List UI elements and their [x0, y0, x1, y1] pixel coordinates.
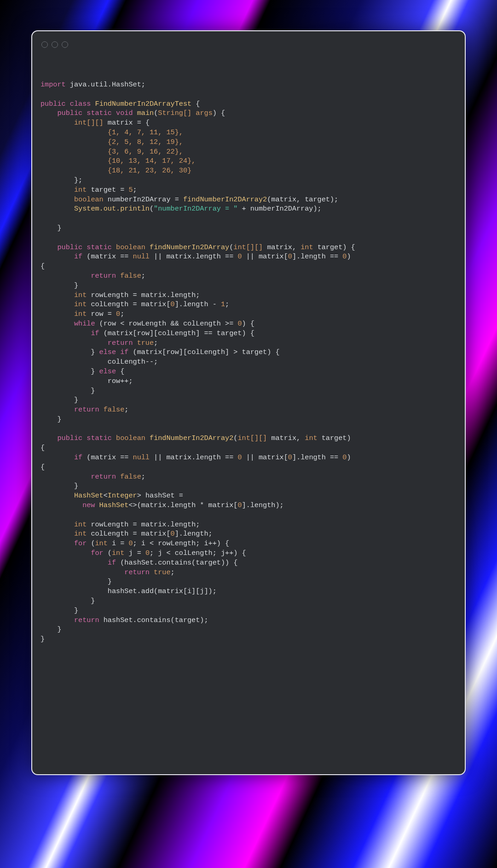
- kw-return: return: [91, 473, 116, 481]
- var-matrix: matrix: [108, 119, 133, 127]
- traffic-dot-zoom[interactable]: [62, 41, 68, 48]
- ctor-HashSet: HashSet: [99, 501, 129, 509]
- string-literal: "numberIn2DArray = ": [154, 205, 237, 213]
- traffic-dot-close[interactable]: [41, 41, 48, 48]
- var-colLength: colLength: [91, 300, 128, 308]
- type-int-arr2: int[][]: [74, 119, 104, 127]
- lit-false: false: [120, 473, 141, 481]
- code-block: import java.util.HashSet; public class F…: [40, 80, 457, 644]
- lit-0: 0: [128, 539, 133, 548]
- kw-if: if: [74, 252, 82, 261]
- kw-return: return: [91, 272, 116, 280]
- lit-1: 1: [221, 300, 225, 308]
- kw-else: else: [99, 367, 116, 376]
- type-int-arr2: int[][]: [233, 243, 263, 251]
- param-args: String[] args: [158, 109, 212, 117]
- var-rowLength: rowLength: [91, 520, 128, 529]
- kw-if: if: [108, 559, 116, 567]
- lit-false: false: [120, 272, 141, 280]
- type-boolean: boolean: [116, 243, 145, 251]
- call-println: System.out.println: [74, 205, 150, 213]
- kw-new: new: [82, 501, 95, 509]
- lit-0: 0: [288, 453, 292, 462]
- lit-0: 0: [237, 453, 242, 462]
- lit-0: 0: [171, 530, 175, 538]
- var-target: target: [91, 186, 116, 194]
- type-Integer: Integer: [108, 491, 137, 500]
- lit-0: 0: [171, 300, 175, 308]
- import-path: java.util.HashSet;: [66, 80, 145, 89]
- kw-return: return: [74, 405, 99, 414]
- kw-for: for: [91, 549, 103, 557]
- kw-else: else: [99, 348, 116, 356]
- lit-0: 0: [237, 252, 242, 261]
- kw-void: void: [116, 109, 133, 117]
- kw-while: while: [74, 320, 95, 328]
- call-findNumberIn2DArray2: findNumberIn2DArray2: [183, 195, 267, 204]
- type-int: int: [74, 186, 87, 194]
- kw-public: public: [57, 434, 82, 442]
- type-int-arr2: int[][]: [237, 434, 267, 442]
- type-boolean: boolean: [74, 195, 104, 204]
- kw-if: if: [74, 453, 82, 462]
- kw-class: class: [70, 100, 91, 108]
- kw-static: static: [87, 434, 112, 442]
- type-HashSet: HashSet: [74, 491, 104, 500]
- matrix-row-3: {3, 6, 9, 16, 22},: [108, 148, 183, 156]
- lit-null: null: [133, 252, 150, 261]
- kw-static: static: [87, 109, 112, 117]
- fn-findNumberIn2DArray2: findNumberIn2DArray2: [150, 434, 233, 442]
- kw-public: public: [57, 243, 82, 251]
- type-int: int: [95, 539, 108, 548]
- type-int: int: [112, 549, 124, 557]
- kw-for: for: [74, 539, 87, 548]
- lit-true: true: [137, 339, 154, 347]
- lit-0: 0: [116, 310, 120, 318]
- lit-0: 0: [288, 252, 292, 261]
- var-rowLength: rowLength: [91, 291, 128, 299]
- var-colLength: colLength: [91, 530, 128, 538]
- kw-static: static: [87, 243, 112, 251]
- kw-public: public: [40, 100, 66, 108]
- type-int: int: [74, 310, 87, 318]
- window-traffic-lights: [41, 41, 457, 48]
- fn-main: main: [137, 109, 154, 117]
- lit-null: null: [133, 453, 150, 462]
- lit-0: 0: [145, 549, 150, 557]
- type-int: int: [74, 520, 87, 529]
- lit-0: 0: [237, 501, 242, 509]
- type-int: int: [301, 243, 313, 251]
- kw-public: public: [57, 109, 82, 117]
- kw-return: return: [74, 616, 99, 624]
- class-name: FindNumberIn2DArrayTest: [95, 100, 192, 108]
- var-numberIn2DArray: numberIn2DArray: [108, 195, 171, 204]
- kw-if: if: [91, 329, 99, 337]
- lit-5: 5: [128, 186, 133, 194]
- type-int: int: [74, 530, 87, 538]
- kw-return: return: [124, 568, 150, 577]
- matrix-row-1: {1, 4, 7, 11, 15},: [108, 128, 183, 137]
- kw-import: import: [40, 80, 66, 89]
- lit-0: 0: [342, 252, 347, 261]
- var-hashSet: hashSet: [145, 491, 175, 500]
- kw-if: if: [120, 348, 128, 356]
- lit-false: false: [104, 405, 125, 414]
- matrix-row-5: {18, 21, 23, 26, 30}: [108, 166, 191, 175]
- type-int: int: [74, 300, 87, 308]
- matrix-row-4: {10, 13, 14, 17, 24},: [108, 157, 196, 165]
- fn-findNumberIn2DArray: findNumberIn2DArray: [150, 243, 229, 251]
- lit-0: 0: [342, 453, 347, 462]
- type-int: int: [305, 434, 317, 442]
- var-row: row: [91, 310, 103, 318]
- matrix-row-2: {2, 5, 8, 12, 19},: [108, 138, 183, 146]
- type-boolean: boolean: [116, 434, 145, 442]
- lit-true: true: [154, 568, 170, 577]
- traffic-dot-minimize[interactable]: [52, 41, 58, 48]
- lit-0: 0: [237, 320, 242, 328]
- kw-return: return: [108, 339, 133, 347]
- type-int: int: [74, 291, 87, 299]
- code-window: import java.util.HashSet; public class F…: [31, 30, 466, 775]
